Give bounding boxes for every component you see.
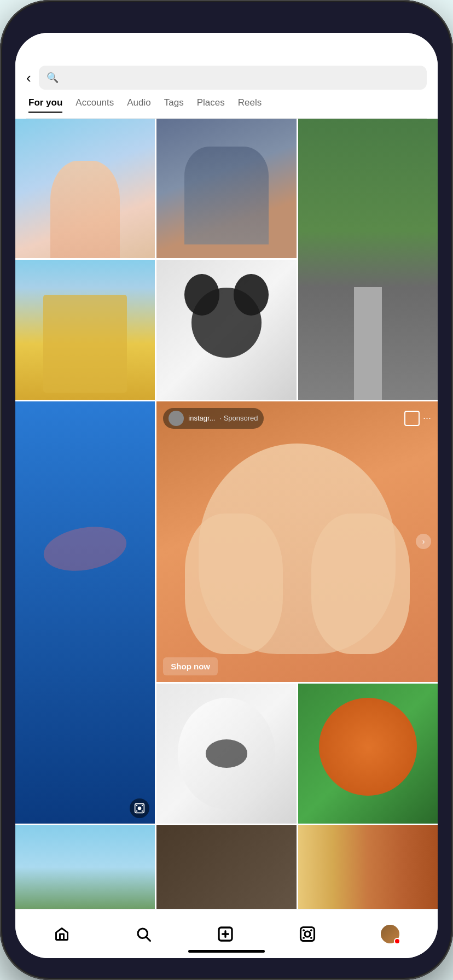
svg-point-2: [136, 804, 138, 806]
grid-item[interactable]: [156, 260, 296, 399]
sponsored-label: · Sponsored: [219, 414, 258, 422]
svg-point-16: [310, 937, 312, 939]
tabs-row: For you Accounts Audio Tags Places Reels: [26, 97, 427, 119]
svg-line-7: [146, 937, 150, 941]
status-bar: [15, 33, 438, 60]
tab-tags[interactable]: Tags: [164, 97, 184, 113]
tab-accounts[interactable]: Accounts: [76, 97, 114, 113]
back-button[interactable]: ‹: [26, 69, 31, 86]
sponsored-info: instagr... · Sponsored: [163, 408, 263, 429]
grid-item[interactable]: [298, 684, 438, 823]
tab-audio[interactable]: Audio: [127, 97, 150, 113]
grid-item[interactable]: [156, 684, 296, 823]
grid-item[interactable]: [156, 119, 296, 258]
story-icon[interactable]: [404, 411, 420, 426]
grid-item[interactable]: [15, 825, 155, 909]
header: ‹ 🔍 For you Accounts Audio Tags Places R…: [15, 60, 438, 119]
shop-now-button[interactable]: Shop now: [163, 657, 218, 675]
content-scroll[interactable]: instagr... · Sponsored ··· Shop now ›: [15, 119, 438, 909]
search-row: ‹ 🔍: [26, 66, 427, 90]
svg-point-14: [310, 929, 312, 931]
search-nav-icon: [135, 926, 152, 942]
grid-item[interactable]: [156, 825, 296, 909]
notification-dot: [394, 938, 400, 944]
svg-point-4: [136, 810, 138, 812]
grid-item[interactable]: [298, 825, 438, 909]
home-indicator: [188, 950, 265, 953]
tab-for-you[interactable]: For you: [28, 97, 62, 113]
svg-point-13: [303, 929, 305, 931]
chevron-right-icon[interactable]: ›: [416, 534, 431, 549]
nav-search[interactable]: [135, 926, 152, 942]
tab-places[interactable]: Places: [197, 97, 225, 113]
search-bar[interactable]: 🔍: [39, 66, 427, 90]
sponsored-header: instagr... · Sponsored ···: [163, 408, 431, 429]
svg-point-1: [138, 806, 142, 810]
svg-point-12: [305, 931, 310, 937]
explore-grid: instagr... · Sponsored ··· Shop now ›: [15, 119, 438, 909]
home-icon: [54, 926, 70, 942]
nav-reels[interactable]: [299, 926, 316, 942]
nav-home[interactable]: [54, 926, 70, 942]
sponsored-ad[interactable]: instagr... · Sponsored ··· Shop now ›: [156, 401, 438, 682]
reel-icon: [130, 798, 149, 818]
svg-point-15: [303, 937, 305, 939]
reels-nav-icon: [299, 926, 316, 942]
phone-screen: ‹ 🔍 For you Accounts Audio Tags Places R…: [15, 33, 438, 958]
tab-reels[interactable]: Reels: [238, 97, 262, 113]
sponsor-name: instagr...: [188, 414, 215, 422]
search-icon: 🔍: [47, 72, 59, 84]
sponsor-avatar: [169, 411, 184, 426]
more-icon[interactable]: ···: [423, 412, 431, 424]
phone-shell: ‹ 🔍 For you Accounts Audio Tags Places R…: [0, 0, 453, 980]
svg-rect-11: [301, 927, 315, 941]
grid-item[interactable]: [15, 119, 155, 258]
grid-item-road[interactable]: [298, 119, 438, 400]
grid-item-ocean[interactable]: [15, 401, 155, 824]
nav-profile[interactable]: [381, 925, 399, 943]
svg-point-5: [142, 810, 143, 812]
create-icon: [217, 925, 234, 943]
nav-create[interactable]: [217, 925, 234, 943]
grid-item[interactable]: [15, 260, 155, 399]
sponsored-actions: ···: [404, 411, 431, 426]
svg-point-3: [142, 804, 143, 806]
